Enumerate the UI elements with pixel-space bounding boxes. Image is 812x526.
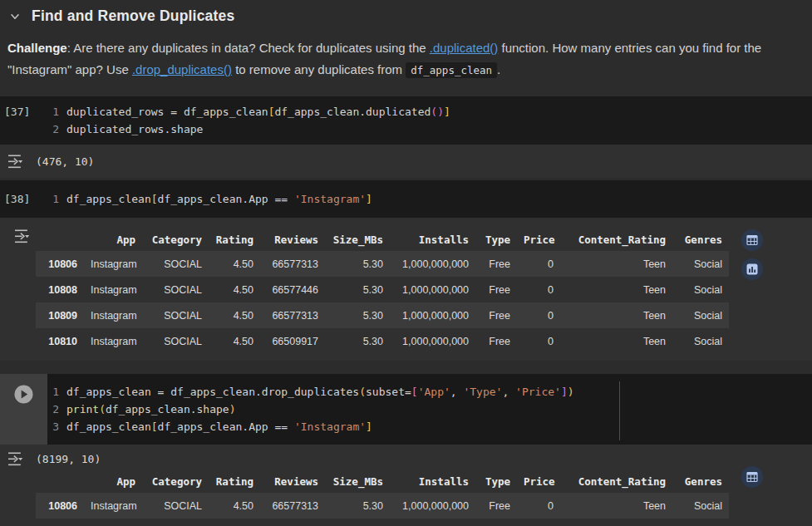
- table-cell: Teen: [560, 302, 672, 328]
- code-token: ): [229, 401, 236, 418]
- table-cell: Teen: [560, 277, 672, 302]
- column-header: Category: [142, 469, 209, 493]
- code-token: print: [66, 401, 99, 418]
- code-token: df_apps_clean.duplicated: [274, 103, 431, 120]
- column-header: Size_MBs: [325, 469, 390, 493]
- table-cell: Free: [475, 493, 517, 519]
- column-header: Installs: [390, 228, 475, 251]
- table-cell: Teen: [560, 493, 672, 519]
- dataframe-table: AppCategoryRatingReviewsSize_MBsInstalls…: [36, 469, 729, 519]
- code-line[interactable]: 1df_apps_clean[df_apps_clean.App == 'Ins…: [47, 190, 812, 208]
- table-header-row: AppCategoryRatingReviewsSize_MBsInstalls…: [36, 228, 729, 251]
- code-cell-37: [37] 1duplicated_rows = df_apps_clean[df…: [0, 96, 812, 145]
- code-token: (: [359, 383, 366, 401]
- column-header: Reviews: [260, 228, 325, 251]
- text-run: .: [497, 62, 500, 76]
- table-cell: 4.50: [209, 493, 260, 519]
- column-header: App: [84, 228, 142, 251]
- drop-duplicates-link[interactable]: .drop_duplicates(): [132, 62, 232, 76]
- code-editor[interactable]: 1df_apps_clean[df_apps_clean.App == 'Ins…: [47, 190, 812, 208]
- inline-code: df_apps_clean: [406, 62, 497, 78]
- table-cell: Social: [672, 493, 729, 519]
- code-editor[interactable]: 1df_apps_clean = df_apps_clean.drop_dupl…: [47, 374, 812, 445]
- column-header: Installs: [390, 469, 475, 493]
- run-cell-button[interactable]: [14, 385, 33, 404]
- table-cell: 4.50: [209, 328, 260, 354]
- table-row: 10806InstagramSOCIAL4.50665773135.301,00…: [36, 251, 729, 277]
- code-token: ,: [502, 383, 515, 401]
- table-cell: 66577313: [260, 251, 325, 277]
- table-cell: Free: [475, 302, 517, 328]
- table-cell: Instagram: [84, 302, 142, 328]
- code-token: ,: [450, 383, 464, 401]
- code-line[interactable]: 1duplicated_rows = df_apps_clean[df_apps…: [47, 103, 812, 120]
- table-cell: 5.30: [325, 328, 390, 354]
- column-header: Price: [517, 228, 560, 251]
- table-cell: 66509917: [260, 328, 325, 354]
- editor-ruler-line: [619, 381, 620, 440]
- table-cell: 1,000,000,000: [390, 302, 475, 328]
- line-number: 2: [47, 401, 59, 418]
- table-cell: Social: [672, 328, 729, 354]
- table-row: 10810InstagramSOCIAL4.50665099175.301,00…: [36, 328, 729, 354]
- table-cell: 10809: [36, 302, 84, 328]
- duplicated-link[interactable]: .duplicated(): [430, 41, 499, 55]
- column-header: Rating: [209, 469, 260, 493]
- table-cell: Social: [672, 251, 729, 277]
- code-editor[interactable]: 1duplicated_rows = df_apps_clean[df_apps…: [47, 103, 812, 138]
- code-token: 'Instagram': [294, 418, 366, 435]
- table-cell: Free: [475, 277, 517, 302]
- table-cell: 10806: [36, 493, 84, 519]
- table-cell: 10808: [36, 277, 84, 302]
- code-line[interactable]: 2duplicated_rows.shape: [47, 120, 812, 138]
- text-run: to remove any duplicates from: [232, 62, 406, 76]
- table-cell: 5.30: [325, 493, 390, 519]
- code-token: 'App': [418, 383, 450, 401]
- code-token: (): [431, 103, 444, 120]
- table-cell: Free: [475, 251, 517, 277]
- table-cell: Instagram: [84, 493, 142, 519]
- column-header: Type: [475, 469, 517, 493]
- output-row-shape: (476, 10): [0, 145, 812, 178]
- table-view-button[interactable]: [741, 466, 763, 488]
- table-cell: 1,000,000,000: [390, 493, 475, 519]
- column-header: Price: [517, 469, 560, 493]
- table-row: 10808InstagramSOCIAL4.50665774465.301,00…: [36, 277, 729, 302]
- table-cell: SOCIAL: [142, 277, 209, 302]
- column-header: Genres: [672, 228, 729, 251]
- table-cell: 4.50: [209, 277, 260, 302]
- code-line[interactable]: 3df_apps_clean[df_apps_clean.App == 'Ins…: [47, 418, 812, 435]
- output-text: (476, 10): [36, 155, 94, 168]
- code-token: (: [99, 401, 106, 418]
- code-cell-38: [38] 1df_apps_clean[df_apps_clean.App ==…: [0, 180, 812, 218]
- column-header: App: [84, 469, 142, 493]
- table-view-button[interactable]: [741, 229, 763, 251]
- code-token: ): [568, 383, 574, 401]
- table-cell: 5.30: [325, 277, 390, 302]
- table-cell: 66577313: [260, 302, 325, 328]
- code-token: ]: [366, 418, 372, 435]
- code-line[interactable]: 1df_apps_clean = df_apps_clean.drop_dupl…: [47, 383, 812, 401]
- chevron-down-icon[interactable]: [7, 9, 22, 24]
- table-cell: 4.50: [209, 251, 260, 277]
- section-title: Find and Remove Duplicates: [32, 7, 234, 25]
- code-line[interactable]: 2print(df_apps_clean.shape): [47, 401, 812, 418]
- column-header: Size_MBs: [325, 228, 390, 251]
- table-cell: 10810: [36, 328, 84, 354]
- table-cell: 5.30: [325, 302, 390, 328]
- chart-view-button[interactable]: [741, 258, 763, 280]
- cell-gutter: [0, 374, 47, 445]
- code-token: [: [268, 103, 275, 120]
- challenge-paragraph: Challenge: Are there any duplicates in d…: [7, 37, 805, 81]
- code-token: 'Price': [515, 383, 561, 401]
- table-cell: 10806: [36, 251, 84, 277]
- table-cell: 4.50: [209, 302, 260, 328]
- column-header: Rating: [209, 228, 260, 251]
- output-arrow-icon[interactable]: [7, 154, 25, 169]
- column-header: Reviews: [260, 469, 325, 493]
- execution-count-label: [38]: [0, 190, 47, 208]
- output-arrow-icon[interactable]: [13, 229, 32, 243]
- code-token: 'Type': [463, 383, 502, 401]
- output-arrow-icon[interactable]: [7, 451, 25, 466]
- column-header: Content_Rating: [560, 469, 672, 493]
